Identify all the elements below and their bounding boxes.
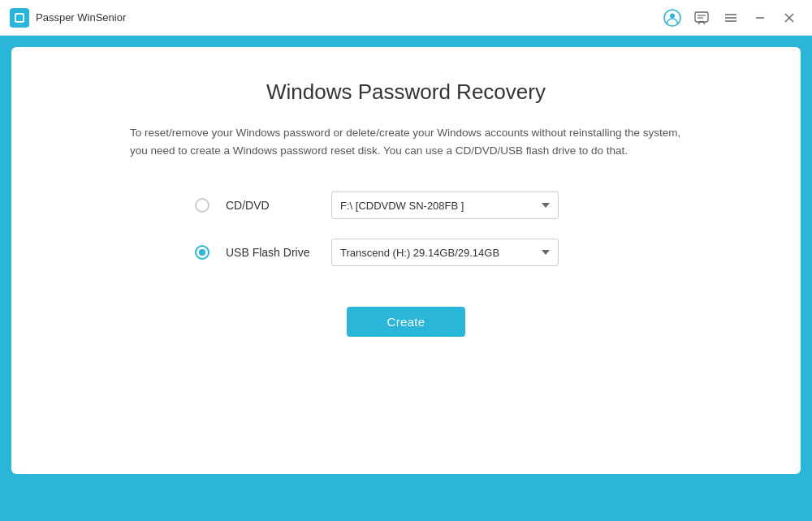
svg-rect-5 <box>695 12 708 22</box>
options-container: CD/DVD F:\ [CDDVDW SN-208FB ] USB Flash … <box>195 192 617 266</box>
cd-dvd-option-row: CD/DVD F:\ [CDDVDW SN-208FB ] <box>195 192 617 219</box>
create-button[interactable]: Create <box>347 307 466 337</box>
chat-icon[interactable] <box>689 5 715 31</box>
menu-icon[interactable] <box>718 5 744 31</box>
window-controls <box>659 5 802 31</box>
svg-point-4 <box>670 13 675 18</box>
cd-dvd-radio[interactable] <box>195 198 209 213</box>
title-bar: Passper WinSenior <box>0 0 812 36</box>
description-text: To reset/remove your Windows password or… <box>130 124 682 159</box>
app-title: Passper WinSenior <box>36 11 659 24</box>
usb-label: USB Flash Drive <box>226 246 315 259</box>
usb-radio[interactable] <box>195 245 209 260</box>
content-card: Windows Password Recovery To reset/remov… <box>11 47 801 474</box>
cd-dvd-label: CD/DVD <box>226 199 315 212</box>
page-title: Windows Password Recovery <box>266 80 546 105</box>
usb-option-row: USB Flash Drive Transcend (H:) 29.14GB/2… <box>195 239 617 266</box>
bottom-bar <box>0 485 812 521</box>
svg-rect-2 <box>16 15 23 21</box>
main-wrapper: Windows Password Recovery To reset/remov… <box>0 36 812 485</box>
close-button[interactable] <box>776 5 802 31</box>
usb-dropdown[interactable]: Transcend (H:) 29.14GB/29.14GB <box>331 239 559 266</box>
cd-dvd-dropdown[interactable]: F:\ [CDDVDW SN-208FB ] <box>331 192 559 219</box>
user-icon[interactable] <box>659 5 685 31</box>
app-logo <box>10 8 29 28</box>
minimize-button[interactable] <box>747 5 773 31</box>
